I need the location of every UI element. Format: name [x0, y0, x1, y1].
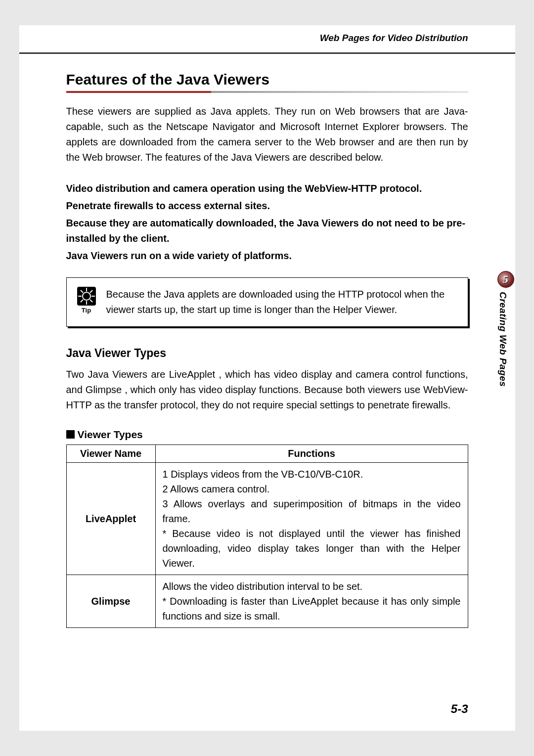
- cell-functions: Allows the video distribution interval t…: [155, 575, 468, 628]
- tip-text: Because the Java applets are downloaded …: [106, 287, 458, 317]
- intro-paragraph: These viewers are supplied as Java apple…: [66, 104, 468, 165]
- lightbulb-icon: [77, 287, 96, 306]
- table-row: LiveApplet 1 Displays videos from the VB…: [66, 463, 468, 575]
- tip-icon-wrap: Tip: [76, 287, 97, 314]
- func-line: 1 Displays videos from the VB-C10/VB-C10…: [163, 467, 461, 482]
- section-title-block: Features of the Java Viewers: [66, 71, 468, 93]
- func-line: 3 Allows overlays and superimposition of…: [163, 496, 461, 526]
- th-functions: Functions: [155, 445, 468, 463]
- page-number: 5-3: [451, 702, 468, 716]
- types-paragraph: Two Java Viewers are LiveApplet , which …: [66, 367, 468, 413]
- tip-box: Tip Because the Java applets are downloa…: [66, 277, 468, 327]
- feature-item: Video distribution and camera operation …: [66, 181, 468, 196]
- func-note: * Because video is not displayed until t…: [163, 526, 461, 571]
- table-header-row: Viewer Name Functions: [66, 445, 468, 463]
- subheading-viewer-types: Java Viewer Types: [66, 347, 468, 360]
- table-heading-text: Viewer Types: [78, 429, 143, 440]
- viewer-types-table: Viewer Name Functions LiveApplet 1 Displ…: [66, 445, 468, 628]
- page-content: Features of the Java Viewers These viewe…: [19, 54, 515, 628]
- cell-viewer-name: LiveApplet: [66, 463, 155, 575]
- chapter-badge: 5: [497, 271, 514, 288]
- func-note: * Downloading is faster than LiveApplet …: [163, 594, 461, 623]
- func-line: Allows the video distribution interval t…: [163, 579, 461, 594]
- feature-item: Because they are automatically downloade…: [66, 216, 468, 246]
- th-viewer-name: Viewer Name: [66, 445, 155, 463]
- cell-viewer-name: Glimpse: [66, 575, 155, 628]
- feature-item: Penetrate firewalls to access external s…: [66, 198, 468, 214]
- side-tab: 5 Creating Web Pages: [497, 271, 515, 387]
- document-page: Web Pages for Video Distribution Feature…: [19, 25, 515, 731]
- table-heading: Viewer Types: [66, 429, 468, 441]
- chapter-title-vertical: Creating Web Pages: [497, 292, 508, 387]
- running-header: Web Pages for Video Distribution: [19, 33, 515, 52]
- title-underline: [66, 91, 468, 93]
- func-line: 2 Allows camera control.: [163, 482, 461, 496]
- feature-list: Video distribution and camera operation …: [66, 181, 468, 264]
- feature-item: Java Viewers run on a wide variety of pl…: [66, 248, 468, 264]
- square-bullet-icon: [66, 430, 75, 439]
- cell-functions: 1 Displays videos from the VB-C10/VB-C10…: [155, 463, 468, 575]
- tip-label: Tip: [82, 307, 91, 314]
- table-row: Glimpse Allows the video distribution in…: [66, 575, 468, 628]
- section-title: Features of the Java Viewers: [66, 71, 468, 91]
